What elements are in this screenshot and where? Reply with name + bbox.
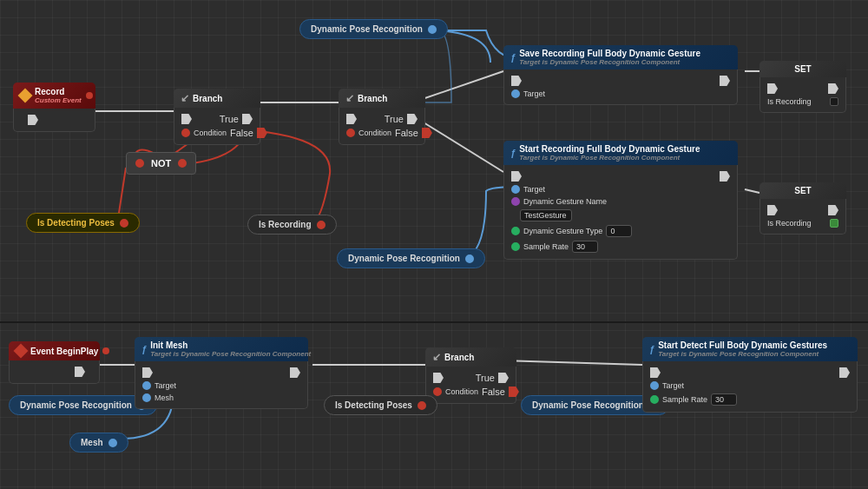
dynamic-pose-mid-label: Dynamic Pose Recognition [348,254,460,263]
init-mesh-subtitle: Target is Dynamic Pose Recognition Compo… [150,350,311,358]
not-label: NOT [151,158,171,169]
event-begin-play-node: Event BeginPlay [9,341,100,384]
mesh-out-pin [108,439,117,447]
dynamic-pose-mid-node: Dynamic Pose Recognition [337,248,485,268]
start-target-in [511,185,520,194]
branch-bottom-icon: ↙ [432,351,441,363]
set-true-checkbox [830,219,838,228]
start-detect-node: ƒ Start Detect Full Body Dynamic Gesture… [642,337,858,413]
save-recording-node: ƒ Save Recording Full Body Dynamic Gestu… [503,45,738,105]
branch1-node: ↙ Branch True Condition False [174,89,260,145]
set-false-checkbox [830,97,838,106]
set-true-title: SET [794,186,811,195]
start-recording-subtitle: Target is Dynamic Pose Recognition Compo… [519,154,700,162]
save-func-icon: ƒ [510,52,516,63]
set-false-exec-in [767,83,778,94]
branch1-title: Branch [193,94,222,103]
begin-play-exec-out [75,367,85,377]
set-false-node: SET Is Recording [760,61,846,113]
branch1-condition-in [181,129,190,137]
gesture-type-input[interactable] [606,225,632,237]
sample-rate-input-top[interactable] [572,241,598,253]
dynamic-pose-top-label: Dynamic Pose Recognition [311,24,423,34]
start-func-icon: ƒ [510,148,516,158]
save-exec-in [511,76,522,86]
is-detecting-bottom-label: Is Detecting Poses [335,400,412,410]
set-true-exec-out [828,205,838,215]
record-title: Record [35,87,82,96]
start-gesture-type-in [511,227,520,235]
mesh-label: Mesh [81,438,103,447]
record-subtitle: Custom Event [35,96,82,104]
is-recording-node: Is Recording [247,215,337,235]
start-recording-title: Start Recording Full Body Dynamic Gestur… [519,144,700,154]
save-exec-out [720,76,730,86]
branch1-icon: ↙ [181,92,189,104]
branch-bottom-condition-in [433,387,442,396]
begin-play-title: Event BeginPlay [30,347,98,356]
branch2-icon: ↙ [345,92,354,104]
section-divider [0,321,868,323]
init-mesh-title: Init Mesh [150,340,311,350]
record-indicator [86,92,93,99]
gesture-name-input[interactable] [520,209,572,221]
is-detecting-bottom-node: Is Detecting Poses [324,395,437,415]
start-detect-sample-rate-in [650,395,659,404]
set-false-label: Is Recording [767,97,812,106]
start-exec-in [511,171,522,182]
canvas-background [0,0,868,489]
not-node: NOT [126,152,196,175]
is-detecting-poses-node: Is Detecting Poses [26,213,140,233]
start-recording-node: ƒ Start Recording Full Body Dynamic Gest… [503,141,738,260]
mesh-bottom-node: Mesh [69,433,128,453]
dynamic-pose-bl-label: Dynamic Pose Recognition [20,400,132,410]
branch1-true-out [242,114,253,124]
save-recording-subtitle: Target is Dynamic Pose Recognition Compo… [519,58,700,66]
start-exec-out [720,171,730,182]
set-true-exec-in [767,205,778,215]
is-recording-out-pin [317,221,326,229]
start-detect-subtitle: Target is Dynamic Pose Recognition Compo… [658,350,827,358]
dynamic-pose-top-node: Dynamic Pose Recognition [299,19,448,39]
record-event-node: Record Custom Event [13,83,95,132]
init-mesh-exec-in [142,367,153,378]
sample-rate-input-bottom[interactable] [711,393,737,406]
branch2-title: Branch [358,94,387,103]
dynamic-pose-mid-out-pin [465,254,474,263]
is-detecting-out-pin [120,219,128,228]
branch-bottom-true-out [498,373,509,383]
init-mesh-node: ƒ Init Mesh Target is Dynamic Pose Recog… [135,337,308,409]
not-output-pin [178,159,187,168]
set-true-label: Is Recording [767,219,812,228]
is-recording-label: Is Recording [259,220,312,229]
set-true-node: SET Is Recording [760,182,846,235]
start-sample-rate-in [511,242,520,251]
start-detect-exec-in [650,367,661,378]
dynamic-pose-br-label: Dynamic Pose Recognition [532,400,644,410]
branch2-exec-in [346,114,357,124]
set-false-title: SET [794,64,811,74]
is-detecting-label: Is Detecting Poses [37,218,115,228]
start-detect-exec-out [839,367,850,378]
not-input-pin [135,159,144,168]
branch2-true-out [407,114,418,124]
is-detecting-bottom-out-pin [418,401,426,410]
branch2-condition-in [346,129,355,137]
init-mesh-func-icon: ƒ [141,344,147,354]
start-gesture-name-in [511,197,520,206]
init-mesh-exec-out [290,367,300,378]
branch1-exec-in [181,114,192,124]
init-mesh-mesh-in [142,393,151,402]
begin-play-diamond-icon [14,344,29,359]
start-detect-target-in [650,381,659,390]
set-false-exec-out [828,83,838,94]
save-recording-title: Save Recording Full Body Dynamic Gesture [519,49,700,58]
record-exec-out [28,115,38,125]
start-detect-title: Start Detect Full Body Dynamic Gestures [658,340,827,350]
dynamic-pose-top-out-pin [428,25,437,34]
record-diamond-icon [18,89,33,103]
save-target-in [511,89,520,98]
branch-bottom-node: ↙ Branch True Condition False [425,347,516,404]
start-detect-func-icon: ƒ [649,344,654,354]
init-mesh-target-in [142,381,151,390]
